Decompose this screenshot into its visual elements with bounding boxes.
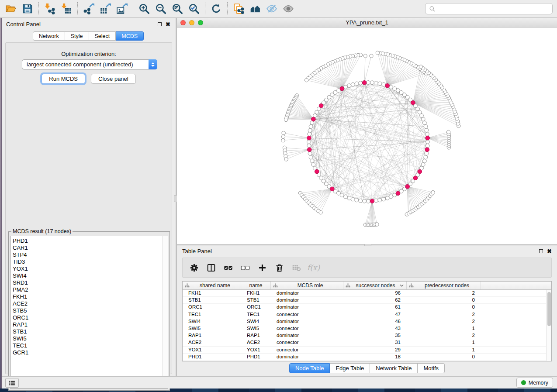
criterion-dropdown[interactable]: largest connected component (undirected): [22, 59, 157, 69]
float-panel-icon[interactable]: [158, 22, 162, 26]
network-view-titlebar[interactable]: YPA_prune.txt_1: [177, 18, 557, 28]
hide-selected-button[interactable]: [263, 1, 280, 17]
show-all-button[interactable]: [280, 1, 297, 17]
table-cell[interactable]: RAP1: [183, 332, 241, 339]
table-cell[interactable]: YOX1: [241, 347, 271, 353]
mcds-result-node[interactable]: GCR1: [13, 349, 168, 356]
open-button[interactable]: [3, 1, 19, 17]
mcds-result-node[interactable]: RAP1: [13, 321, 168, 328]
table-cell[interactable]: dominator: [271, 354, 343, 360]
column-header-shared-name[interactable]: shared name: [183, 282, 241, 289]
mcds-result-node[interactable]: ORC1: [13, 314, 168, 321]
table-cell[interactable]: 35: [343, 332, 407, 339]
table-cell[interactable]: STB1: [183, 297, 241, 303]
float-table-panel-icon[interactable]: [539, 249, 543, 253]
table-row[interactable]: PHD1PHD1dominator180: [183, 354, 551, 361]
mcds-result-node[interactable]: STB1: [13, 328, 168, 335]
table-cell[interactable]: SWI4: [241, 318, 271, 325]
table-cell[interactable]: 96: [343, 290, 407, 296]
table-cell[interactable]: SWI5: [183, 325, 241, 332]
show-panels-button[interactable]: [5, 378, 19, 388]
table-row[interactable]: YOX1YOX1connector291: [183, 347, 551, 354]
import-network-button[interactable]: [42, 1, 58, 17]
mcds-result-node[interactable]: PHD1: [13, 237, 168, 244]
tab-edge-table[interactable]: Edge Table: [330, 363, 370, 373]
close-table-panel-icon[interactable]: ✖: [547, 248, 552, 254]
table-cell[interactable]: 2: [407, 311, 481, 318]
table-row[interactable]: SWI5SWI5connector431: [183, 325, 551, 332]
table-cell[interactable]: dominator: [271, 297, 343, 303]
table-cell[interactable]: 2: [407, 318, 481, 325]
run-mcds-button[interactable]: Run MCDS: [42, 74, 85, 84]
mcds-result-node[interactable]: STB5: [13, 307, 168, 314]
table-cell[interactable]: SWI5: [241, 325, 271, 332]
search-input[interactable]: [438, 6, 549, 12]
column-header-MCDS-role[interactable]: MCDS role: [271, 282, 343, 289]
search-box[interactable]: [425, 3, 553, 14]
show-columns-button[interactable]: [206, 262, 217, 273]
mcds-result-node[interactable]: TEC1: [13, 342, 168, 349]
table-cell[interactable]: TEC1: [241, 311, 271, 318]
table-cell[interactable]: 31: [343, 339, 407, 346]
table-row[interactable]: FKH1FKH1dominator962: [183, 290, 551, 297]
mcds-result-node[interactable]: STP4: [13, 251, 168, 258]
node-table[interactable]: shared namenameMCDS rolesuccessor nodesp…: [182, 281, 552, 361]
tab-mcds[interactable]: MCDS: [116, 31, 144, 41]
mcds-result-node[interactable]: SRD1: [13, 279, 168, 286]
mcds-result-node[interactable]: CAR1: [13, 244, 168, 251]
table-cell[interactable]: connector: [271, 311, 343, 318]
table-cell[interactable]: SWI4: [183, 318, 241, 325]
table-row[interactable]: RAP1RAP1dominator352: [183, 332, 551, 339]
table-cell[interactable]: YOX1: [183, 347, 241, 353]
mcds-result-node[interactable]: FKH1: [13, 293, 168, 300]
apply-layout-button[interactable]: [208, 1, 225, 17]
mcds-result-node[interactable]: YOX1: [13, 265, 168, 272]
column-header-predecessor-nodes[interactable]: predecessor nodes: [407, 282, 481, 289]
table-cell[interactable]: 0: [407, 297, 481, 303]
tab-style[interactable]: Style: [65, 31, 89, 41]
table-cell[interactable]: 46: [343, 318, 407, 325]
zoom-in-button[interactable]: [136, 1, 152, 17]
column-header-successor-nodes[interactable]: successor nodes: [343, 282, 407, 289]
table-cell[interactable]: connector: [271, 339, 343, 346]
table-cell[interactable]: 2: [407, 290, 481, 296]
zoom-out-button[interactable]: [152, 1, 169, 17]
close-panel-icon[interactable]: ✖: [166, 21, 170, 27]
table-row[interactable]: STB1STB1dominator620: [183, 297, 551, 304]
export-network-button[interactable]: [80, 1, 97, 17]
table-cell[interactable]: 0: [407, 354, 481, 360]
delete-column-button[interactable]: [274, 262, 285, 273]
mcds-result-list[interactable]: PHD1CAR1STP4TID3YOX1SWI4SRD1PMA2FKH1ACE2…: [10, 236, 168, 389]
export-image-button[interactable]: [114, 1, 130, 17]
table-settings-button[interactable]: [189, 262, 200, 273]
tab-network[interactable]: Network: [33, 31, 65, 41]
table-cell[interactable]: TEC1: [183, 311, 241, 318]
table-cell[interactable]: 1: [407, 347, 481, 353]
table-row[interactable]: SWI4SWI4dominator462: [183, 318, 551, 325]
table-cell[interactable]: FKH1: [241, 290, 271, 296]
create-column-button[interactable]: [257, 262, 268, 273]
table-cell[interactable]: ACE2: [183, 339, 241, 346]
tab-select[interactable]: Select: [89, 31, 116, 41]
table-cell[interactable]: 62: [343, 297, 407, 303]
import-table-button[interactable]: [58, 1, 75, 17]
mcds-result-node[interactable]: PMA2: [13, 286, 168, 293]
zoom-selected-button[interactable]: [186, 1, 202, 17]
table-cell[interactable]: 2: [407, 332, 481, 339]
tab-network-table[interactable]: Network Table: [370, 363, 418, 373]
table-cell[interactable]: connector: [271, 347, 343, 353]
memory-button[interactable]: Memory: [516, 378, 553, 388]
table-cell[interactable]: connector: [271, 325, 343, 332]
table-cell[interactable]: 1: [407, 339, 481, 346]
tab-motifs[interactable]: Motifs: [418, 363, 445, 373]
zoom-fit-button[interactable]: [169, 1, 186, 17]
save-session-button[interactable]: [19, 1, 36, 17]
table-cell[interactable]: 47: [343, 311, 407, 318]
table-cell[interactable]: 1: [407, 325, 481, 332]
table-scrollbar-thumb[interactable]: [547, 292, 551, 326]
network-graph[interactable]: [177, 28, 557, 244]
mcds-result-node[interactable]: SWI4: [13, 272, 168, 279]
unselect-all-columns-button[interactable]: [240, 262, 251, 273]
table-cell[interactable]: dominator: [271, 332, 343, 339]
network-overview-button[interactable]: [247, 1, 263, 17]
